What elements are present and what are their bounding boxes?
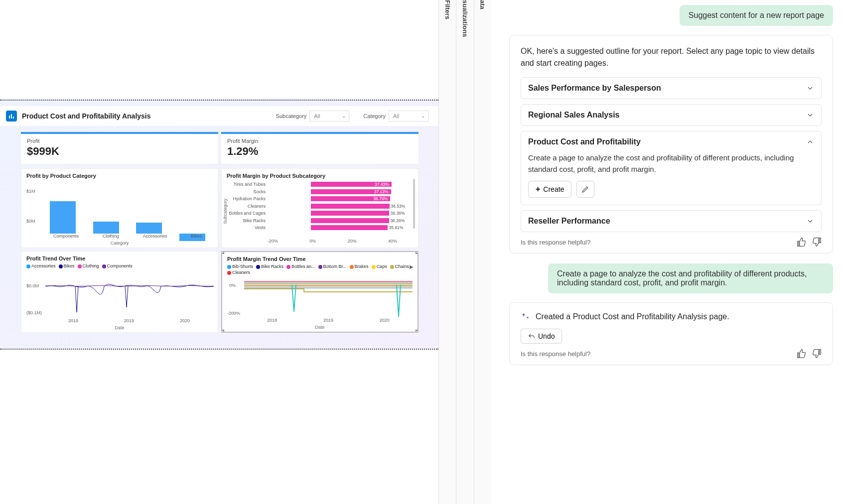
blank-area [0, 0, 438, 98]
svg-text:$0.0M: $0.0M [26, 283, 39, 288]
filters-pane-tab[interactable]: Filters [439, 0, 456, 504]
line-svg: $0.0M ($0.1M) [26, 271, 214, 316]
resize-handle[interactable] [221, 251, 224, 254]
hbar-fill [311, 218, 389, 223]
svg-rect-0 [9, 116, 10, 119]
svg-rect-1 [11, 114, 12, 119]
card-label: Profit Margin [227, 138, 413, 144]
create-button[interactable]: + Create [528, 181, 571, 198]
bar-columns [41, 186, 214, 234]
chevron-down-icon [806, 111, 814, 119]
profit-card[interactable]: Profit $999K [21, 132, 218, 164]
resize-handle[interactable] [221, 330, 224, 333]
hbar-label: Bottles and Cages [222, 211, 266, 216]
hbar-label: Vests [222, 225, 266, 230]
hbar-value: 36.26% [390, 218, 405, 223]
legend-item: Components [102, 263, 133, 268]
assistant-text: OK, here's a suggested outline for your … [521, 45, 822, 69]
x-tick: 2018 [68, 318, 78, 323]
hbar-label: Hydration Packs [222, 196, 266, 201]
hbar-row: Socks37.12% [268, 188, 397, 195]
edit-button[interactable] [576, 181, 594, 198]
profit-trend-chart[interactable]: Profit Trend Over Time AccessoriesBikesC… [21, 251, 218, 333]
legend-item: Chains [390, 264, 409, 269]
x-ticks: -20% 0% 20% 40% [268, 239, 397, 244]
legend-item: Bib-Shorts [227, 264, 253, 269]
hbar-row: Hydration Packs36.79% [268, 195, 397, 202]
legend-item: Accessories [26, 263, 56, 268]
assistant-message: OK, here's a suggested outline for your … [509, 35, 833, 253]
thumbs-down-icon[interactable] [812, 237, 822, 247]
card-value: 1.29% [227, 145, 413, 158]
chevron-down-icon: ⌄ [421, 113, 425, 119]
create-label: Create [543, 185, 564, 193]
topic-title: Sales Performance by Salesperson [528, 84, 661, 93]
x-tick: 2019 [323, 318, 333, 323]
chart-title: Profit by Product Category [26, 173, 213, 179]
assistant-message: Created a Product Cost and Profitability… [509, 302, 833, 365]
legend-item: Caps [372, 264, 387, 269]
svg-rect-2 [13, 117, 14, 119]
undo-icon [528, 333, 535, 340]
topic-title: Product Cost and Profitability [528, 137, 641, 146]
topic-title: Regional Sales Analysis [528, 111, 619, 120]
legend-item: Bike Racks [256, 264, 283, 269]
chevron-down-icon: ⌄ [342, 113, 346, 119]
subcategory-dropdown[interactable]: All ⌄ [309, 111, 349, 122]
thumbs-up-icon[interactable] [797, 349, 807, 359]
thumbs-down-icon[interactable] [812, 349, 822, 359]
chart-title: Profit Trend Over Time [26, 255, 213, 261]
category-slicer[interactable]: Category All ⌄ [363, 111, 428, 122]
topic-reseller-performance[interactable]: Reseller Performance [521, 210, 822, 232]
thumbs-up-icon[interactable] [797, 237, 807, 247]
pane-label: Filters [444, 0, 451, 19]
undo-button[interactable]: Undo [521, 329, 562, 344]
resize-handle[interactable] [416, 251, 419, 254]
hbar-fill [311, 225, 388, 230]
legend-item: Clothing [78, 263, 99, 268]
legend: AccessoriesBikesClothingComponents [26, 263, 213, 268]
chart-title: Profit Margin by Product Subcategory [227, 173, 413, 179]
hbar-container: Tires and Tubes37.43%Socks37.12%Hydratio… [268, 181, 397, 232]
pencil-icon [581, 185, 589, 193]
profit-margin-trend-chart[interactable]: Profit Margin Trend Over Time Bib-Shorts… [221, 251, 419, 333]
y-tick: $1M [26, 189, 35, 194]
topic-sales-performance[interactable]: Sales Performance by Salesperson [521, 77, 822, 99]
data-pane-tab[interactable]: ata [474, 0, 491, 504]
x-tick: -20% [268, 239, 278, 244]
user-message: Suggest content for a new report page [680, 5, 833, 26]
topic-body: Create a page to analyze the cost and pr… [521, 152, 821, 205]
page-title: Product Cost and Profitability Analysis [22, 112, 151, 120]
report-canvas: Product Cost and Profitability Analysis … [0, 0, 438, 504]
report-header: Product Cost and Profitability Analysis … [0, 106, 438, 126]
bar-clothing [93, 222, 119, 234]
topic-title: Reseller Performance [528, 217, 610, 226]
x-ticks: Components Clothing Accessories Bikes [41, 234, 214, 239]
profit-by-category-chart[interactable]: Profit by Product Category $1M $0M Compo… [21, 168, 218, 248]
resize-handle[interactable] [416, 330, 419, 333]
x-tick: 2019 [124, 318, 134, 323]
profit-margin-card[interactable]: Profit Margin 1.29% [221, 132, 419, 164]
x-tick: 2020 [380, 318, 390, 323]
topic-regional-sales[interactable]: Regional Sales Analysis [521, 104, 822, 126]
hbar-value: 37.12% [374, 189, 389, 194]
x-axis-label: Date [21, 325, 218, 330]
hbar-row: Bottles and Cages36.36% [268, 210, 397, 217]
copilot-chat-panel: Suggest content for a new report page OK… [491, 0, 842, 504]
category-dropdown[interactable]: All ⌄ [389, 111, 428, 122]
visualizations-pane-tab[interactable]: sualizations [456, 0, 474, 504]
hbar-row: Bike Racks36.26% [268, 217, 397, 224]
scrollbar[interactable] [413, 179, 415, 229]
plus-icon: + [536, 185, 540, 194]
chart-grid: Profit by Product Category $1M $0M Compo… [21, 168, 419, 333]
chevron-down-icon [806, 84, 814, 92]
topic-product-cost-profitability[interactable]: Product Cost and Profitability Create a … [521, 131, 822, 205]
profit-margin-by-subcategory-chart[interactable]: Profit Margin by Product Subcategory Sub… [221, 168, 419, 248]
subcategory-slicer[interactable]: Subcategory All ⌄ [276, 111, 350, 122]
svg-text:($0.1M): ($0.1M) [26, 310, 42, 315]
hbar-label: Cleaners [222, 204, 266, 209]
legend-scroll-right-icon[interactable]: ▶ [410, 264, 414, 269]
x-tick: Accessories [143, 234, 167, 239]
user-message: Create a page to analyze the cost and pr… [548, 263, 833, 293]
hbar-label: Bike Racks [222, 218, 266, 223]
